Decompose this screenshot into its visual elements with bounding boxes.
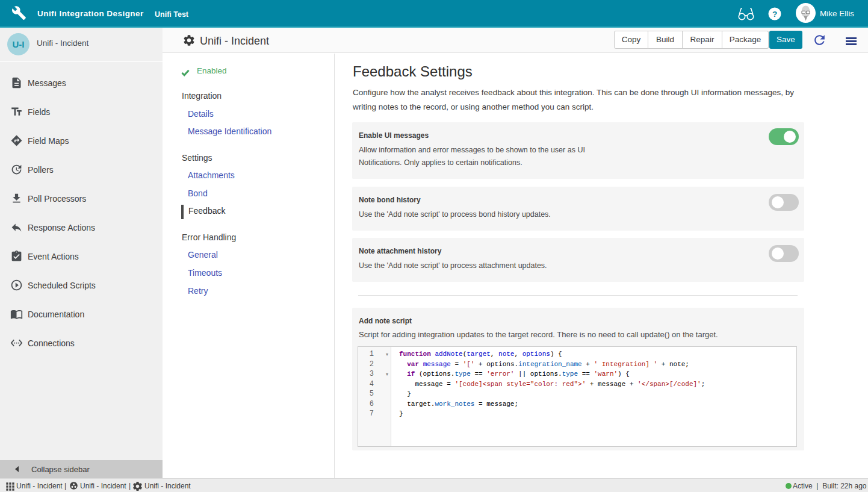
svg-text:?: ? <box>772 10 777 19</box>
